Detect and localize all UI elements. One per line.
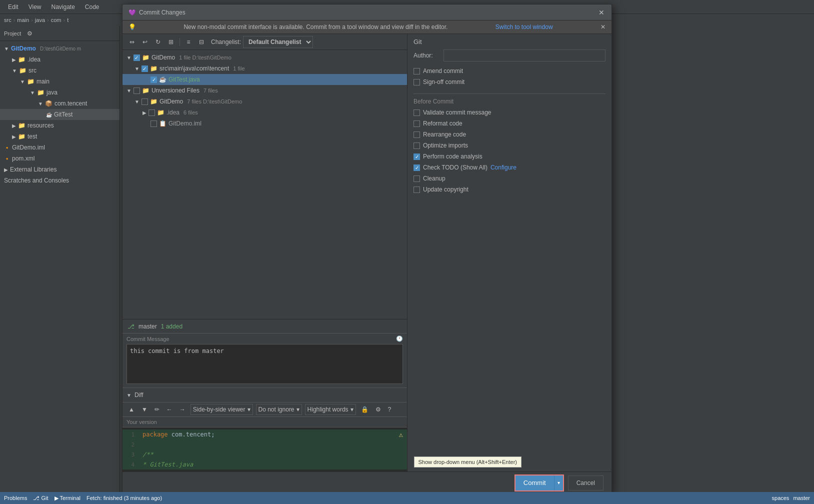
- breadcrumb-main[interactable]: main: [17, 17, 29, 23]
- checkbox-gitdemo[interactable]: ✓: [134, 54, 140, 61]
- validate-checkbox[interactable]: [414, 110, 420, 116]
- cancel-button[interactable]: Cancel: [568, 476, 604, 490]
- line-content: package com.tencent;: [138, 431, 399, 438]
- settings-button[interactable]: ⚙: [374, 404, 383, 415]
- file-tree-item-idea[interactable]: ▶ 📁 .idea 6 files: [122, 107, 407, 118]
- checkbox-src[interactable]: ✓: [142, 66, 148, 72]
- checkbox-iml[interactable]: [150, 120, 157, 127]
- help-button[interactable]: ?: [386, 404, 394, 415]
- file-tree-item-gitdemo[interactable]: ▼ ✓ 📁 GitDemo 1 file D:\test\GitDemo: [122, 52, 407, 63]
- diff-line: 3 /**: [122, 450, 407, 460]
- filter-button[interactable]: ⊟: [196, 36, 207, 48]
- changelist-label: Changelist:: [211, 38, 241, 46]
- tree-item-label: GitTest: [54, 111, 72, 118]
- tree-item-label: com.tencent: [54, 100, 87, 107]
- breadcrumb-java[interactable]: java: [35, 17, 45, 23]
- viewer-dropdown[interactable]: Side-by-side viewer ▾: [190, 404, 253, 415]
- author-input[interactable]: [444, 50, 606, 62]
- reformat-checkbox[interactable]: [414, 120, 420, 127]
- undo-button[interactable]: ↩: [140, 36, 150, 48]
- prev-file-button[interactable]: ←: [164, 404, 174, 415]
- diff-section: ▼ Diff ▲ ▼ ✏ ← → Side-by-side viewer ▾: [122, 388, 407, 472]
- checkbox-unversioned[interactable]: [134, 88, 140, 94]
- menu-code[interactable]: Code: [81, 2, 104, 12]
- settings-icon[interactable]: ⚙: [24, 28, 35, 39]
- tree-item-label: .idea: [28, 56, 40, 63]
- breadcrumb-com[interactable]: com: [51, 17, 62, 23]
- warning-icon: ⚠: [399, 430, 403, 438]
- tree-gitdemo[interactable]: ▼ GitDemo D:\test\GitDemo m: [0, 43, 120, 54]
- amend-checkbox[interactable]: [414, 68, 420, 74]
- validate-row: Validate commit message: [414, 109, 606, 116]
- next-diff-button[interactable]: ▼: [140, 404, 150, 415]
- diff-header[interactable]: ▼ Diff: [122, 388, 407, 402]
- menu-view[interactable]: View: [24, 2, 46, 12]
- tree-src[interactable]: ▼ 📁 src: [0, 65, 120, 76]
- folder-icon: 📁: [19, 67, 26, 74]
- menu-navigate[interactable]: Navigate: [47, 2, 78, 12]
- switch-to-tool-window-link[interactable]: Switch to tool window: [496, 24, 553, 30]
- file-name: GitDemo: [160, 98, 183, 105]
- folder-icon: 📁: [37, 89, 44, 96]
- refresh-button[interactable]: ↻: [152, 36, 164, 48]
- cleanup-checkbox[interactable]: [414, 176, 420, 182]
- configure-link[interactable]: Configure: [490, 164, 516, 171]
- commit-button-group: Commit ▾: [514, 474, 564, 492]
- checkbox-gittest[interactable]: ✓: [150, 76, 157, 83]
- tree-main[interactable]: ▼ 📁 main: [0, 76, 120, 87]
- rearrange-checkbox[interactable]: [414, 132, 420, 138]
- clock-icon[interactable]: 🕐: [396, 336, 403, 342]
- tree-external-libraries[interactable]: ▶ External Libraries: [0, 164, 120, 175]
- prev-diff-button[interactable]: ▲: [126, 404, 136, 415]
- dialog-body: ⇔ ↩ ↻ ⊞ ≡ ⊟ Changelist: Default Changeli…: [122, 34, 612, 472]
- ignore-dropdown[interactable]: Do not ignore ▾: [256, 404, 302, 415]
- commit-dropdown-button[interactable]: ▾: [554, 476, 563, 490]
- tree-item-label: java: [46, 89, 58, 96]
- file-tree-item-src[interactable]: ▼ ✓ 📁 src\main\java\com\tencent 1 file: [122, 63, 407, 74]
- analyze-checkbox[interactable]: ✓: [414, 154, 420, 160]
- file-tree-item-iml[interactable]: 📋 GitDemo.iml: [122, 118, 407, 129]
- close-button[interactable]: ✕: [598, 8, 606, 16]
- tree-resources[interactable]: ▶ 📁 resources: [0, 120, 120, 131]
- project-path: D:\test\GitDemo m: [40, 46, 81, 52]
- terminal-tab[interactable]: ▶ Terminal: [54, 495, 80, 502]
- tree-java[interactable]: ▼ 📁 java: [0, 87, 120, 98]
- lock-button[interactable]: 🔒: [359, 404, 370, 415]
- group-button[interactable]: ⊞: [166, 36, 176, 48]
- tree-pom-xml[interactable]: 🔸 pom.xml: [0, 153, 120, 164]
- problems-label[interactable]: Problems: [4, 495, 27, 501]
- highlight-dropdown[interactable]: Highlight words ▾: [305, 404, 356, 415]
- diff-view-button[interactable]: ⇔: [126, 36, 138, 48]
- changelist-dropdown[interactable]: Default Changelist: [243, 36, 313, 48]
- optimize-checkbox[interactable]: [414, 142, 420, 149]
- diff-code: 1 package com.tencent; ⚠ 2: [122, 428, 407, 472]
- signoff-checkbox[interactable]: [414, 79, 420, 86]
- sort-button[interactable]: ≡: [183, 36, 194, 48]
- commit-message-input[interactable]: this commit is from master: [126, 344, 403, 384]
- file-tree-item-unversioned[interactable]: ▼ 📁 Unversioned Files 7 files: [122, 85, 407, 96]
- edit-button[interactable]: ✏: [152, 404, 162, 415]
- tree-test[interactable]: ▶ 📁 test: [0, 131, 120, 142]
- tree-com-tencent[interactable]: ▼ 📦 com.tencent: [0, 98, 120, 109]
- folder-icon: 📁: [150, 98, 158, 105]
- checkbox-gitdemo2[interactable]: [142, 98, 148, 105]
- tree-item-label: GitDemo.iml: [12, 144, 45, 151]
- breadcrumb-src[interactable]: src: [4, 17, 12, 23]
- checkbox-idea[interactable]: [148, 110, 155, 116]
- rearrange-label: Rearrange code: [423, 131, 466, 138]
- git-tab[interactable]: ⎇ Git: [33, 495, 48, 502]
- todo-checkbox[interactable]: ✓: [414, 164, 420, 171]
- file-tree-item-gitdemo2[interactable]: ▼ 📁 GitDemo 7 files D:\test\GitDemo: [122, 96, 407, 107]
- file-tree-item-gittest[interactable]: ✓ ☕ GitTest.java: [122, 74, 407, 85]
- copyright-checkbox[interactable]: [414, 186, 420, 193]
- commit-button[interactable]: Commit: [516, 476, 554, 490]
- tree-idea[interactable]: ▶ 📁 .idea: [0, 54, 120, 65]
- breadcrumb-t[interactable]: t: [67, 17, 68, 23]
- tree-gittest[interactable]: ☕ GitTest: [0, 109, 120, 120]
- next-file-button[interactable]: →: [178, 404, 188, 415]
- banner-close-icon[interactable]: ✕: [600, 24, 606, 30]
- cleanup-label: Cleanup: [423, 175, 446, 182]
- tree-gitdemo-iml[interactable]: 🔸 GitDemo.iml: [0, 142, 120, 153]
- menu-edit[interactable]: Edit: [4, 2, 22, 12]
- tree-scratches[interactable]: Scratches and Consoles: [0, 175, 120, 186]
